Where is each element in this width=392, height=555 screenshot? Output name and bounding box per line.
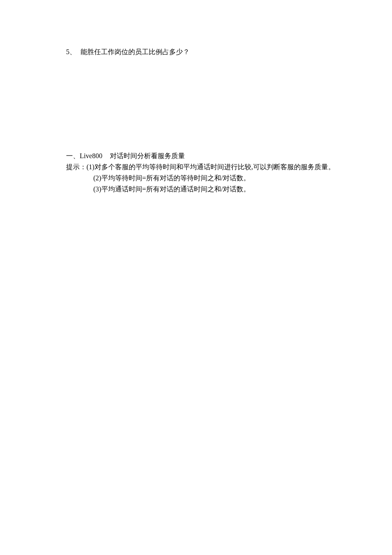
hint-label: 提示： xyxy=(66,163,86,171)
hint-item: (2)平均等待时间=所有对话的等待时间之和/对话数。 xyxy=(66,173,349,183)
question-item: 5、 能胜任工作岗位的员工比例占多少？ xyxy=(66,47,349,57)
question-text: 能胜任工作岗位的员工比例占多少？ xyxy=(81,48,190,55)
hint-text: (3)平均通话时间=所有对话的通话时间之和/对话数。 xyxy=(93,185,250,193)
hint-item: (3)平均通话时间=所有对话的通话时间之和/对话数。 xyxy=(66,184,349,194)
section-subtitle: 对话时间分析看服务质量 xyxy=(110,152,185,159)
section-heading: 一、Live800对话时间分析看服务质量 xyxy=(66,151,349,161)
hint-text: (2)平均等待时间=所有对话的等待时间之和/对话数。 xyxy=(93,174,250,182)
question-number: 5、 xyxy=(66,47,76,57)
section-title: Live800 xyxy=(80,152,102,159)
hint-item: 提示：(1)对多个客服的平均等待时间和平均通话时间进行比较,可以判断客服的服务质… xyxy=(66,162,349,172)
section-number: 一、 xyxy=(66,152,80,159)
hint-text: (1)对多个客服的平均等待时间和平均通话时间进行比较,可以判断客服的服务质量。 xyxy=(86,163,335,171)
